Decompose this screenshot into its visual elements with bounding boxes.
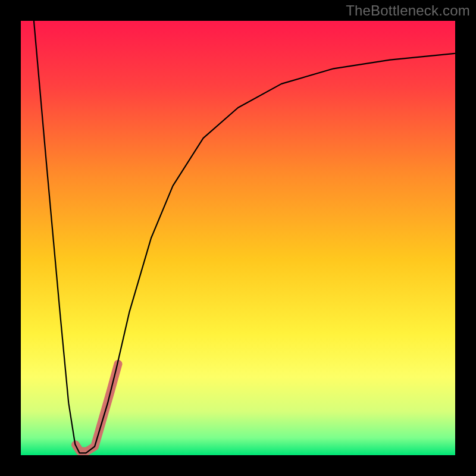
gradient-background [21,21,455,455]
chart-frame: TheBottleneck.com [0,0,476,476]
watermark-text: TheBottleneck.com [346,2,470,19]
chart-svg [21,21,455,455]
plot-area [21,21,455,455]
